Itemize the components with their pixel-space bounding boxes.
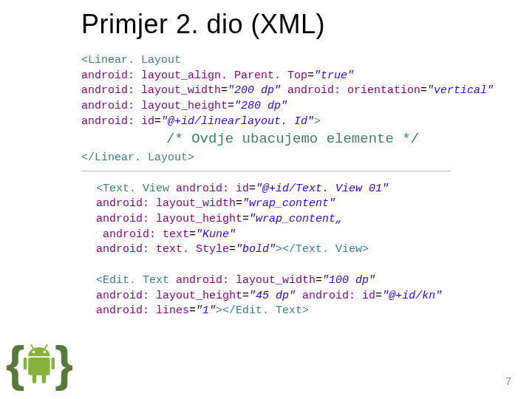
eq: = bbox=[189, 228, 196, 241]
xml-tag-edittext: Edit. Text bbox=[236, 304, 302, 317]
xml-attr: android: layout_align. Parent. Top bbox=[81, 69, 307, 82]
xml-bracket: < bbox=[96, 183, 103, 195]
xml-tag-textview: Text. View bbox=[103, 183, 176, 195]
android-logo-icon: { } bbox=[4, 332, 72, 395]
svg-point-2 bbox=[43, 351, 46, 354]
xml-bracket: > bbox=[314, 115, 321, 128]
xml-value: "@+id/Text. View 01" bbox=[256, 183, 389, 195]
svg-text:}: } bbox=[55, 336, 72, 391]
page-number: 7 bbox=[505, 375, 511, 387]
xml-value: "wrap_content„ bbox=[249, 213, 342, 225]
xml-bracket: < bbox=[96, 274, 103, 287]
xml-attr: android: id bbox=[81, 115, 154, 128]
xml-value: "true" bbox=[314, 69, 354, 82]
xml-value: "1" bbox=[196, 304, 216, 317]
eq: = bbox=[316, 274, 322, 287]
xml-attr: android: id bbox=[176, 183, 249, 195]
eq: = bbox=[242, 290, 249, 302]
xml-value: "100 dp" bbox=[322, 274, 375, 287]
xml-bracket: > bbox=[188, 151, 194, 164]
xml-attr: android: layout_height bbox=[96, 290, 242, 302]
eq: = bbox=[249, 183, 256, 195]
xml-bracket: > bbox=[302, 304, 309, 317]
xml-tag-textview: Text. View bbox=[296, 243, 362, 256]
xml-attr: android: layout_height bbox=[81, 100, 228, 112]
xml-bracket: ></ bbox=[216, 304, 236, 317]
xml-attr: android: layout_width bbox=[96, 197, 236, 210]
svg-text:{: { bbox=[6, 336, 25, 391]
xml-attr: android: text. Style bbox=[96, 243, 229, 256]
xml-value: "Kune" bbox=[196, 228, 236, 241]
xml-value: "vertical" bbox=[427, 84, 494, 97]
xml-tag-edittext: Edit. Text bbox=[103, 274, 176, 287]
xml-bracket: > bbox=[362, 243, 369, 256]
xml-value: "bold" bbox=[236, 243, 276, 256]
xml-value: "280 dp" bbox=[234, 100, 287, 112]
eq: = bbox=[154, 115, 161, 128]
xml-bracket: ></ bbox=[276, 243, 296, 256]
xml-value: "@+id/linearlayout. Id" bbox=[161, 115, 314, 128]
code-comment: /* Ovdje ubacujemo elemente */ bbox=[0, 129, 532, 149]
xml-tag-linearlayout: Linear. Layout bbox=[95, 151, 188, 164]
svg-rect-8 bbox=[33, 374, 37, 383]
xml-bracket: < bbox=[81, 54, 88, 66]
slide-title: Primjer 2. dio (XML) bbox=[0, 0, 532, 46]
code-block-linearlayout: <Linear. Layout android: layout_align. P… bbox=[0, 46, 532, 129]
xml-attr: android: id bbox=[302, 290, 375, 302]
svg-line-3 bbox=[31, 344, 34, 349]
xml-attr: android: layout_width bbox=[81, 84, 221, 97]
xml-value: "@+id/kn" bbox=[382, 290, 442, 302]
xml-tag-linearlayout: Linear. Layout bbox=[88, 54, 181, 66]
eq: = bbox=[221, 84, 228, 97]
xml-bracket: </ bbox=[81, 151, 95, 164]
xml-attr: android: layout_height bbox=[96, 213, 242, 225]
xml-attr: android: orientation bbox=[287, 84, 420, 97]
eq: = bbox=[242, 213, 249, 225]
xml-value: "wrap_content" bbox=[242, 197, 335, 210]
svg-rect-6 bbox=[24, 358, 27, 370]
code-close-linearlayout: </Linear. Layout> bbox=[0, 149, 532, 166]
eq: = bbox=[228, 100, 234, 112]
xml-value: "45 dp" bbox=[249, 290, 302, 302]
xml-attr: android: layout_width bbox=[176, 274, 316, 287]
eq: = bbox=[307, 69, 314, 82]
xml-value: "200 dp" bbox=[228, 84, 287, 97]
svg-point-1 bbox=[33, 351, 35, 354]
svg-line-4 bbox=[44, 344, 47, 349]
eq: = bbox=[236, 197, 242, 210]
code-block-textview-edittext: <Text. View android: id="@+id/Text. View… bbox=[0, 171, 532, 319]
eq: = bbox=[420, 84, 427, 97]
eq: = bbox=[375, 290, 382, 302]
eq: = bbox=[189, 304, 196, 317]
svg-rect-9 bbox=[42, 374, 47, 383]
svg-rect-5 bbox=[28, 358, 50, 375]
xml-attr: android: text bbox=[96, 228, 189, 241]
eq: = bbox=[229, 243, 236, 256]
xml-attr: android: lines bbox=[96, 304, 189, 317]
